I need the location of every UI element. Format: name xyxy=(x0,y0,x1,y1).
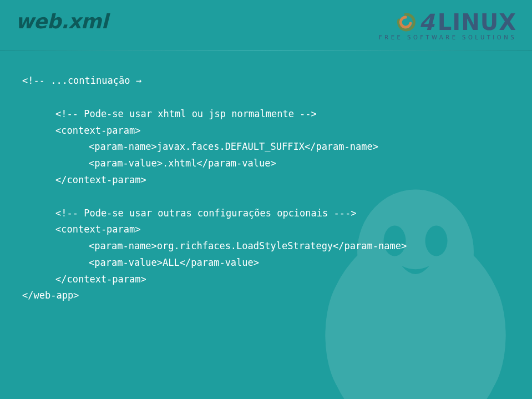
code-block: <!-- ...continuação → <!-- Pode-se usar … xyxy=(0,56,532,304)
code-line: <context-param> xyxy=(22,221,510,238)
page-title: web.xml xyxy=(16,10,108,33)
logo-swirl-icon xyxy=(396,12,416,32)
code-line: </context-param> xyxy=(22,172,510,189)
logo-tagline: FREE SOFTWARE SOLUTIONS xyxy=(379,34,516,41)
logo-number: 4 xyxy=(419,11,434,33)
code-line: <param-name>javax.faces.DEFAULT_SUFFIX</… xyxy=(22,139,510,155)
logo: 4 LINUX FREE SOFTWARE SOLUTIONS xyxy=(379,10,516,41)
code-line: <!-- Pode-se usar xhtml ou jsp normalmen… xyxy=(22,106,510,123)
code-line: <!-- ...continuação → xyxy=(22,73,510,89)
code-line: <param-value>.xhtml</param-value> xyxy=(22,155,510,172)
code-line: <context-param> xyxy=(22,123,510,139)
slide-header: web.xml 4 LINUX FREE SOFTWARE SOLUTIONS xyxy=(0,0,532,50)
code-line: </context-param> xyxy=(22,271,510,288)
code-line: <!-- Pode-se usar outras configurações o… xyxy=(22,205,510,222)
code-line: <param-value>ALL</param-value> xyxy=(22,255,510,271)
code-line: </web-app> xyxy=(22,287,510,304)
header-divider xyxy=(0,50,532,50)
code-line: <param-name>org.richfaces.LoadStyleStrat… xyxy=(22,238,510,255)
logo-text: LINUX xyxy=(438,11,516,33)
